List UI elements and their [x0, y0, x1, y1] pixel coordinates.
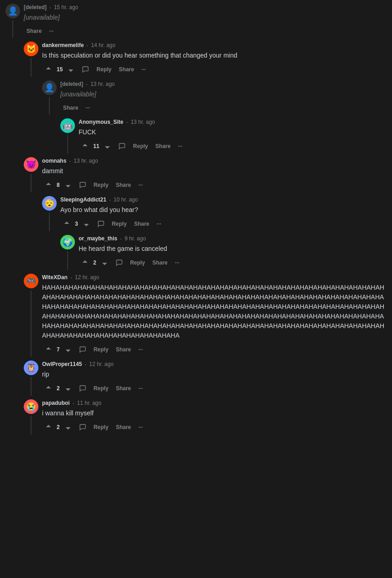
- thread-line: [31, 174, 32, 192]
- comment-row: 😴 SleepingAddict21 · 10 hr. ago Ayo bro …: [42, 196, 387, 231]
- reply-button[interactable]: Reply: [91, 422, 111, 432]
- reply-button[interactable]: Reply: [127, 258, 148, 268]
- username: [deleted]: [60, 81, 83, 87]
- timestamp: 13 hr. ago: [74, 158, 98, 164]
- downvote-button[interactable]: [62, 422, 74, 433]
- downvote-button[interactable]: [98, 257, 111, 268]
- upvote-button[interactable]: [42, 344, 55, 355]
- more-button[interactable]: ···: [46, 26, 56, 36]
- comment-body: dammit: [42, 166, 387, 176]
- comment-body: [unavailable]: [24, 13, 387, 22]
- comment-icon-button[interactable]: [95, 218, 107, 229]
- vote-count: 15: [56, 66, 64, 73]
- upvote-button[interactable]: [42, 180, 55, 191]
- nested-comments-2: 👤 [deleted] · 13 hr. ago [unavailable] S…: [42, 80, 387, 154]
- more-button[interactable]: ···: [136, 422, 146, 432]
- share-button[interactable]: Share: [60, 103, 81, 113]
- nested-comments: 🐱 dankermemelife · 14 hr. ago Is this sp…: [24, 42, 387, 435]
- comment-icon: [97, 220, 105, 228]
- more-button[interactable]: ···: [172, 258, 182, 268]
- nested-sleeping: 🌍 or_maybe_this · 9 hr. ago He heard the…: [60, 235, 387, 270]
- upvote-icon: [45, 66, 52, 73]
- comment-icon: [79, 181, 86, 189]
- share-button[interactable]: Share: [113, 383, 133, 393]
- comment-actions: Share ···: [24, 26, 387, 36]
- upvote-button[interactable]: [42, 64, 55, 75]
- comment-icon-button[interactable]: [116, 141, 128, 152]
- avatar: 😭: [24, 399, 38, 414]
- share-button[interactable]: Share: [116, 64, 137, 74]
- share-button[interactable]: Share: [24, 26, 44, 36]
- downvote-button[interactable]: [62, 180, 74, 191]
- share-button[interactable]: Share: [113, 422, 133, 432]
- downvote-button[interactable]: [80, 218, 93, 229]
- timestamp: 13 hr. ago: [90, 81, 115, 87]
- downvote-icon: [83, 220, 90, 228]
- more-button[interactable]: ···: [136, 345, 146, 355]
- thread-line: [31, 416, 32, 435]
- timestamp: 13 hr. ago: [131, 119, 155, 125]
- downvote-icon: [67, 66, 74, 73]
- comment-icon-button[interactable]: [76, 422, 89, 433]
- upvote-icon: [63, 220, 70, 228]
- comment-actions: 11 Reply Share ···: [79, 141, 387, 152]
- downvote-button[interactable]: [64, 64, 77, 75]
- more-button[interactable]: ···: [154, 219, 164, 229]
- downvote-button[interactable]: [101, 141, 114, 152]
- timestamp: 10 hr. ago: [114, 196, 138, 203]
- more-button[interactable]: ···: [138, 64, 148, 74]
- share-button[interactable]: Share: [113, 345, 133, 355]
- comment-icon-button[interactable]: [76, 383, 89, 394]
- comment-right: WiteXDan · 12 hr. ago HAHAHAHAHAHAHAHAHA…: [42, 274, 387, 357]
- comment-icon-button[interactable]: [76, 180, 89, 191]
- comment-row: 😭 papaduboi · 11 hr. ago i wanna kill my…: [24, 399, 387, 435]
- comment-actions: 7 Reply Share ···: [42, 344, 387, 355]
- avatar: 🌍: [60, 235, 75, 249]
- reply-button[interactable]: Reply: [91, 180, 111, 190]
- comment-icon-button[interactable]: [79, 64, 92, 75]
- thread-line: [49, 212, 50, 231]
- vote-section: 8: [42, 180, 74, 191]
- share-button[interactable]: Share: [113, 180, 133, 190]
- comment-icon-button[interactable]: [113, 257, 126, 268]
- thread-line: [49, 97, 50, 115]
- thread-line: [67, 251, 68, 270]
- comment-left: 👤: [42, 80, 57, 115]
- comment-icon-button[interactable]: [76, 344, 89, 355]
- reply-button[interactable]: Reply: [91, 345, 111, 355]
- more-button[interactable]: ···: [136, 383, 146, 393]
- comment-left: 🤖: [60, 118, 75, 154]
- reply-button[interactable]: Reply: [130, 141, 151, 151]
- share-button[interactable]: Share: [153, 141, 173, 151]
- upvote-button[interactable]: [79, 257, 91, 268]
- comment-left: 🌍: [60, 235, 75, 270]
- share-button[interactable]: Share: [149, 258, 170, 268]
- comment-icon: [82, 66, 89, 73]
- vote-count: 11: [92, 143, 100, 149]
- upvote-button[interactable]: [42, 422, 55, 433]
- more-button[interactable]: ···: [175, 141, 185, 151]
- more-button[interactable]: ···: [136, 180, 146, 190]
- timestamp: 9 hr. ago: [125, 235, 146, 242]
- downvote-button[interactable]: [62, 383, 74, 394]
- downvote-button[interactable]: [62, 344, 74, 355]
- upvote-button[interactable]: [60, 218, 73, 229]
- vote-section: 2: [42, 422, 74, 433]
- comment-row: 👤 [deleted] · 13 hr. ago [unavailable] S…: [42, 80, 387, 115]
- more-button[interactable]: ···: [83, 103, 93, 113]
- share-button[interactable]: Share: [131, 219, 152, 229]
- upvote-icon: [45, 181, 52, 189]
- reply-button[interactable]: Reply: [94, 64, 114, 74]
- comment-body: FUCK: [79, 127, 387, 137]
- comment-icon: [79, 346, 86, 353]
- vote-count: 2: [56, 424, 61, 430]
- reply-button[interactable]: Reply: [109, 219, 130, 229]
- comment-header: OwlProper1145 · 12 hr. ago: [42, 361, 387, 368]
- reply-button[interactable]: Reply: [91, 383, 111, 393]
- nested-comments-3: 🤖 Anonymous_Site · 13 hr. ago FUCK: [60, 118, 387, 154]
- thread-line: [31, 377, 32, 396]
- upvote-button[interactable]: [79, 141, 91, 152]
- upvote-button[interactable]: [42, 383, 55, 394]
- vote-count: 8: [56, 182, 61, 188]
- comment-right: dankermemelife · 14 hr. ago Is this spec…: [42, 42, 387, 77]
